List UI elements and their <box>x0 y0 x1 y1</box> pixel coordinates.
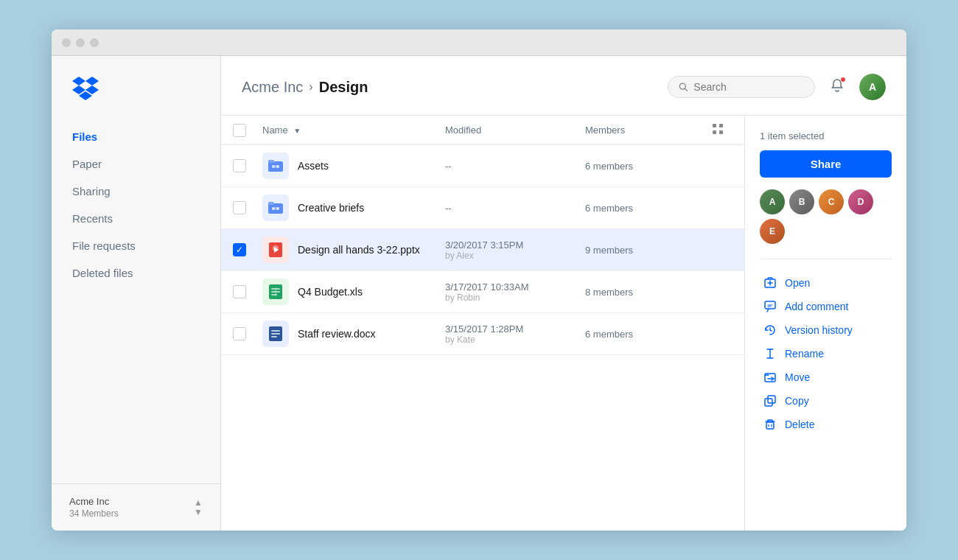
member-avatar-2: B <box>789 189 814 214</box>
member-avatar-3: C <box>819 189 844 214</box>
table-row[interactable]: Staff review.docx 3/15/2017 1:28PM by Ka… <box>221 313 744 355</box>
team-name: Acme Inc <box>69 496 119 507</box>
action-add-comment[interactable]: Add comment <box>760 295 892 318</box>
window-body: Files Paper Sharing Recents File request… <box>52 56 906 531</box>
team-members: 34 Members <box>69 508 119 519</box>
breadcrumb-parent: Acme Inc <box>242 79 303 96</box>
search-input[interactable] <box>693 81 804 93</box>
action-copy[interactable]: Copy <box>760 389 892 413</box>
file-table-header: Name ▼ Modified Members <box>221 116 744 145</box>
action-version-history-label: Version history <box>785 324 853 336</box>
file-by-design-all-hands: by Alex <box>445 251 585 261</box>
sidebar-item-file-requests[interactable]: File requests <box>60 233 211 259</box>
action-move[interactable]: Move <box>760 365 892 389</box>
user-avatar-button[interactable]: A <box>859 74 886 100</box>
sidebar-item-paper[interactable]: Paper <box>60 151 211 177</box>
window-dot-yellow <box>76 38 85 47</box>
file-modified-assets: -- <box>445 161 585 172</box>
sidebar-nav: Files Paper Sharing Recents File request… <box>52 124 220 483</box>
file-by-staff-review: by Kate <box>445 335 585 345</box>
sidebar-item-deleted-files[interactable]: Deleted files <box>60 260 211 286</box>
header-right: A <box>668 74 886 100</box>
share-button[interactable]: Share <box>760 150 892 178</box>
member-avatar-5: E <box>760 219 785 244</box>
row-checkbox-creative-briefs[interactable] <box>233 201 246 214</box>
header-checkbox-col <box>233 124 262 137</box>
grid-view-icon[interactable] <box>712 123 724 135</box>
dropbox-logo-icon <box>72 77 99 100</box>
file-area: Name ▼ Modified Members <box>221 116 906 531</box>
select-all-checkbox[interactable] <box>233 124 246 137</box>
action-copy-label: Copy <box>785 395 809 407</box>
sidebar-item-files[interactable]: Files <box>60 124 211 150</box>
search-box[interactable] <box>668 76 815 98</box>
svg-rect-9 <box>713 130 716 134</box>
panel-divider <box>760 259 892 259</box>
file-list: Name ▼ Modified Members <box>221 116 744 531</box>
svg-rect-17 <box>268 202 274 205</box>
window-dot-green <box>90 38 99 47</box>
action-version-history[interactable]: Version history <box>760 318 892 342</box>
copy-icon <box>763 395 777 407</box>
svg-rect-29 <box>271 330 280 332</box>
member-avatars: A B C D E <box>760 189 892 244</box>
action-rename[interactable]: Rename <box>760 342 892 365</box>
table-row[interactable]: Design all hands 3-22.pptx 3/20/2017 3:1… <box>221 229 744 271</box>
delete-icon <box>763 419 777 430</box>
pptx-icon <box>262 237 289 263</box>
file-members-assets: 6 members <box>585 161 633 172</box>
comment-icon <box>763 301 777 312</box>
window-dot-red <box>62 38 71 47</box>
sidebar-item-sharing[interactable]: Sharing <box>60 178 211 204</box>
file-name-design-all-hands: Design all hands 3-22.pptx <box>298 244 420 256</box>
file-modified-q4-budget: 3/17/2017 10:33AM <box>445 281 585 293</box>
svg-rect-38 <box>768 396 775 403</box>
move-icon <box>763 371 777 383</box>
rename-icon <box>763 348 777 360</box>
history-icon <box>763 324 777 336</box>
file-modified-creative-briefs: -- <box>445 203 585 214</box>
action-delete[interactable]: Delete <box>760 413 892 436</box>
titlebar <box>52 29 906 56</box>
table-row[interactable]: Q4 Budget.xls 3/17/2017 10:33AM by Robin… <box>221 271 744 313</box>
notification-bell-button[interactable] <box>827 75 847 99</box>
file-members-staff-review: 6 members <box>585 329 633 340</box>
sidebar-logo <box>52 77 220 124</box>
svg-marker-1 <box>85 77 99 85</box>
svg-rect-26 <box>271 294 277 295</box>
action-open[interactable]: Open <box>760 271 892 295</box>
row-checkbox-q4-budget[interactable] <box>233 285 246 298</box>
action-add-comment-label: Add comment <box>785 301 848 312</box>
col-modified-header: Modified <box>445 125 585 136</box>
file-members-creative-briefs: 6 members <box>585 203 633 214</box>
action-open-label: Open <box>785 277 810 289</box>
notification-dot <box>840 77 846 83</box>
row-checkbox-design-all-hands[interactable] <box>233 243 246 256</box>
selected-count: 1 item selected <box>760 130 892 141</box>
row-checkbox-assets[interactable] <box>233 159 246 172</box>
search-icon <box>679 82 688 92</box>
col-actions-header <box>703 123 733 137</box>
file-name-q4-budget: Q4 Budget.xls <box>298 286 363 298</box>
action-delete-label: Delete <box>785 419 814 430</box>
footer-arrows[interactable]: ▲ ▼ <box>194 498 203 517</box>
file-modified-staff-review: 3/15/2017 1:28PM <box>445 323 585 335</box>
app-window: Files Paper Sharing Recents File request… <box>52 29 906 531</box>
file-members-design-all-hands: 9 members <box>585 245 633 256</box>
col-name-header[interactable]: Name ▼ <box>262 125 445 136</box>
svg-rect-30 <box>271 333 280 335</box>
breadcrumb: Acme Inc › Design <box>242 79 368 96</box>
svg-rect-8 <box>719 124 723 127</box>
sidebar: Files Paper Sharing Recents File request… <box>52 56 221 531</box>
svg-rect-12 <box>268 160 274 163</box>
row-checkbox-staff-review[interactable] <box>233 327 246 340</box>
sidebar-item-recents[interactable]: Recents <box>60 206 211 231</box>
table-row[interactable]: Creative briefs -- 6 members <box>221 187 744 229</box>
svg-rect-20 <box>272 207 279 210</box>
member-avatar-1: A <box>760 189 785 214</box>
svg-rect-10 <box>719 130 723 134</box>
breadcrumb-current: Design <box>319 79 368 96</box>
table-row[interactable]: Assets -- 6 members <box>221 145 744 187</box>
member-avatar-4: D <box>848 189 873 214</box>
breadcrumb-arrow: › <box>309 80 312 94</box>
